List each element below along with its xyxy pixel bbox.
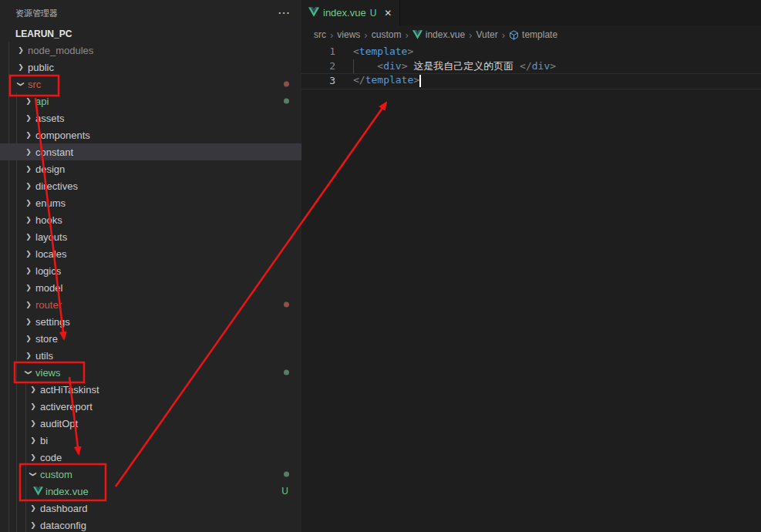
tree-item-enums[interactable]: ❯enums: [0, 194, 301, 211]
breadcrumb-label: index.vue: [426, 29, 465, 40]
tree-item-router[interactable]: ❯router: [0, 296, 301, 313]
explorer-title: 资源管理器: [15, 8, 58, 19]
breadcrumb-label: custom: [372, 29, 402, 40]
chevron-down-icon: ❯: [25, 367, 32, 378]
breadcrumb-separator: ›: [330, 29, 333, 41]
breadcrumb-item-custom[interactable]: custom: [372, 29, 402, 40]
tree-item-index.vue[interactable]: index.vueU: [0, 483, 301, 500]
code-editor[interactable]: 1<template>2 <div> 这是我自己定义的页面 </div>3</t…: [301, 44, 761, 532]
chevron-right-icon: ❯: [23, 267, 34, 274]
tree-item-views[interactable]: ❯views: [0, 364, 301, 381]
tree-item-store[interactable]: ❯store: [0, 330, 301, 347]
vue-icon: [308, 7, 319, 17]
tree-item-api[interactable]: ❯api: [0, 93, 301, 109]
tree-item-auditOpt[interactable]: ❯auditOpt: [0, 415, 301, 432]
breadcrumb-item-template[interactable]: template: [509, 29, 557, 40]
breadcrumb-item-Vuter[interactable]: Vuter: [476, 29, 497, 40]
tree-item-src[interactable]: ❯src: [0, 76, 301, 93]
code-token: >: [413, 74, 419, 86]
chevron-right-icon: ❯: [15, 63, 26, 71]
git-untracked-dot: [284, 370, 289, 375]
vue-icon: [308, 6, 319, 20]
chevron-right-icon: ❯: [28, 419, 39, 427]
chevron-right-icon: ❯: [23, 233, 34, 241]
file-tree: ❯node_modules❯public❯src❯api❯assets❯comp…: [0, 42, 301, 532]
tree-item-directives[interactable]: ❯directives: [0, 177, 301, 194]
tree-item-components[interactable]: ❯components: [0, 126, 301, 143]
code-line-3: 3</template>: [301, 73, 761, 88]
tree-item-label: hooks: [35, 214, 62, 226]
tree-item-locales[interactable]: ❯locales: [0, 245, 301, 262]
tree-item-constant[interactable]: ❯constant: [0, 143, 301, 160]
breadcrumb: src›views›custom› index.vue›Vuter› templ…: [301, 25, 761, 44]
tree-item-dashboard[interactable]: ❯dashboard: [0, 500, 301, 517]
chevron-right-icon: ❯: [23, 148, 34, 156]
tree-item-bi[interactable]: ❯bi: [0, 432, 301, 449]
tree-item-logics[interactable]: ❯logics: [0, 262, 301, 279]
tab-label: index.vue: [323, 7, 366, 19]
close-icon[interactable]: ✕: [384, 8, 392, 19]
tree-item-settings[interactable]: ❯settings: [0, 313, 301, 330]
tree-item-label: src: [28, 79, 41, 90]
breadcrumb-separator: ›: [364, 29, 367, 41]
breadcrumb-item-views[interactable]: views: [337, 29, 360, 40]
tree-item-node_modules[interactable]: ❯node_modules: [0, 42, 301, 59]
code-token: template: [365, 74, 414, 86]
line-number: 1: [301, 45, 335, 57]
chevron-right-icon: ❯: [23, 284, 34, 291]
tree-item-hooks[interactable]: ❯hooks: [0, 211, 301, 228]
chevron-right-icon: ❯: [23, 165, 34, 173]
vue-icon: [412, 30, 423, 39]
tree-item-activereport[interactable]: ❯activereport: [0, 398, 301, 415]
chevron-down-icon: ❯: [17, 79, 25, 89]
breadcrumb-item-index.vue[interactable]: index.vue: [412, 29, 465, 40]
tree-item-assets[interactable]: ❯assets: [0, 109, 301, 126]
chevron-right-icon: ❯: [28, 504, 39, 512]
breadcrumb-separator: ›: [469, 29, 472, 41]
tree-item-label: constant: [35, 146, 73, 158]
tree-item-label: index.vue: [45, 486, 89, 497]
code-line-1: 1<template>: [301, 44, 761, 59]
tree-item-dataconfig[interactable]: ❯dataconfig: [0, 517, 301, 532]
explorer-header: 资源管理器 ⋯: [0, 0, 301, 26]
tree-item-public[interactable]: ❯public: [0, 59, 301, 76]
code-line-2: 2 <div> 这是我自己定义的页面 </div>: [301, 59, 761, 73]
root-label: LEARUN_PC: [15, 29, 72, 39]
tree-item-design[interactable]: ❯design: [0, 160, 301, 177]
tree-item-actHiTaskinst[interactable]: ❯actHiTaskinst: [0, 381, 301, 398]
tree-item-label: auditOpt: [40, 418, 78, 429]
chevron-down-icon: ❯: [29, 469, 37, 480]
chevron-right-icon: ❯: [28, 402, 39, 410]
breadcrumb-item-src[interactable]: src: [314, 29, 326, 40]
tree-item-label: store: [35, 333, 58, 345]
code-token: <: [353, 45, 359, 57]
more-actions-icon[interactable]: ⋯: [278, 9, 291, 17]
git-status-badge: U: [370, 8, 377, 19]
code-token: div: [532, 60, 550, 72]
tree-item-layouts[interactable]: ❯layouts: [0, 228, 301, 245]
chevron-right-icon: ❯: [23, 114, 34, 122]
editor-region: index.vue U ✕ src›views›custom› index.vu…: [301, 0, 761, 532]
code-token: div: [383, 60, 401, 72]
tree-item-label: actHiTaskinst: [40, 384, 99, 396]
code-token: <: [377, 60, 383, 72]
tree-item-label: dashboard: [40, 503, 87, 514]
tab-index-vue[interactable]: index.vue U ✕: [301, 0, 400, 25]
tree-item-label: design: [35, 163, 65, 175]
tree-item-label: locales: [35, 248, 66, 260]
tree-root-learun-pc[interactable]: LEARUN_PC: [0, 26, 301, 42]
chevron-right-icon: ❯: [23, 335, 34, 342]
line-number: 2: [301, 60, 335, 72]
code-content: </template>: [335, 74, 421, 87]
tree-item-code[interactable]: ❯code: [0, 449, 301, 466]
tree-item-model[interactable]: ❯model: [0, 279, 301, 296]
breadcrumb-label: src: [314, 29, 326, 40]
chevron-right-icon: ❯: [23, 97, 34, 105]
tree-item-label: enums: [35, 197, 66, 209]
chevron-right-icon: ❯: [23, 199, 34, 207]
breadcrumb-label: Vuter: [476, 29, 497, 40]
tree-item-label: custom: [40, 469, 72, 480]
tree-item-label: layouts: [35, 231, 67, 243]
tree-item-custom[interactable]: ❯custom: [0, 466, 301, 483]
tree-item-utils[interactable]: ❯utils: [0, 347, 301, 364]
